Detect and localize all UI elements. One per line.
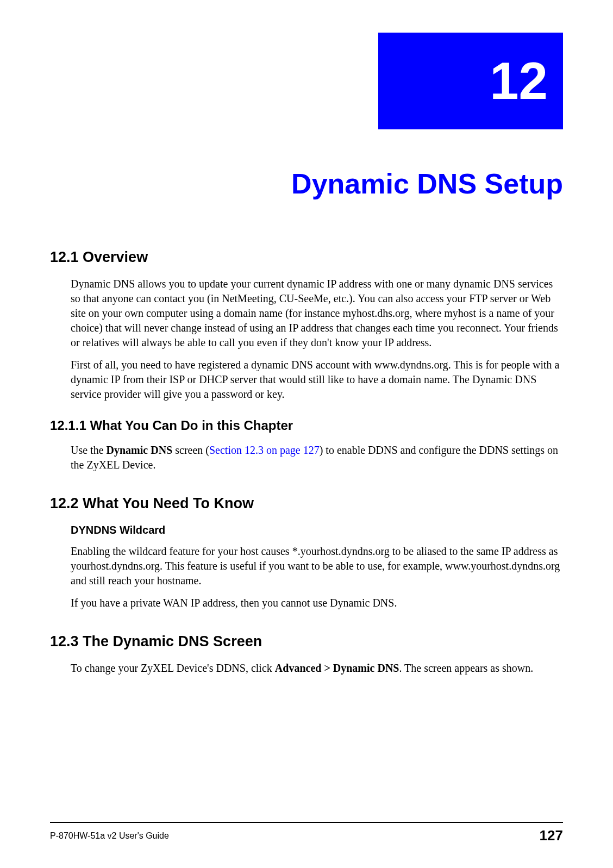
para-12-3: To change your ZyXEL Device's DDNS, clic… — [71, 661, 563, 676]
heading-12-2: 12.2 What You Need To Know — [50, 495, 563, 512]
text-fragment: screen ( — [172, 444, 209, 456]
heading-12-1: 12.1 Overview — [50, 249, 563, 266]
para-12-1-b: First of all, you need to have registere… — [71, 358, 563, 402]
bold-nav-path: Advanced > Dynamic DNS — [275, 662, 399, 674]
xref-link-12-3[interactable]: Section 12.3 on page 127 — [209, 444, 320, 456]
page-container: 12 Dynamic DNS Setup 12.1 Overview Dynam… — [0, 0, 613, 868]
heading-dyndns-wildcard: DYNDNS Wildcard — [71, 524, 563, 536]
chapter-number: 12 — [490, 55, 548, 107]
text-fragment: . The screen appears as shown. — [399, 662, 533, 674]
bold-dynamic-dns: Dynamic DNS — [107, 444, 173, 456]
para-12-1-1: Use the Dynamic DNS screen (Section 12.3… — [71, 443, 563, 472]
para-12-2-a: Enabling the wildcard feature for your h… — [71, 544, 563, 588]
heading-12-3: 12.3 The Dynamic DNS Screen — [50, 633, 563, 650]
footer-guide-name: P-870HW-51a v2 User's Guide — [50, 831, 169, 841]
chapter-number-box: 12 — [378, 33, 563, 129]
para-12-1-a: Dynamic DNS allows you to update your cu… — [71, 277, 563, 350]
chapter-title: Dynamic DNS Setup — [50, 167, 563, 200]
heading-12-1-1: 12.1.1 What You Can Do in this Chapter — [50, 418, 563, 433]
page-footer: P-870HW-51a v2 User's Guide 127 — [50, 822, 563, 844]
para-12-2-b: If you have a private WAN IP address, th… — [71, 596, 563, 610]
text-fragment: To change your ZyXEL Device's DDNS, clic… — [71, 662, 275, 674]
footer-page-number: 127 — [540, 827, 563, 844]
text-fragment: Use the — [71, 444, 107, 456]
